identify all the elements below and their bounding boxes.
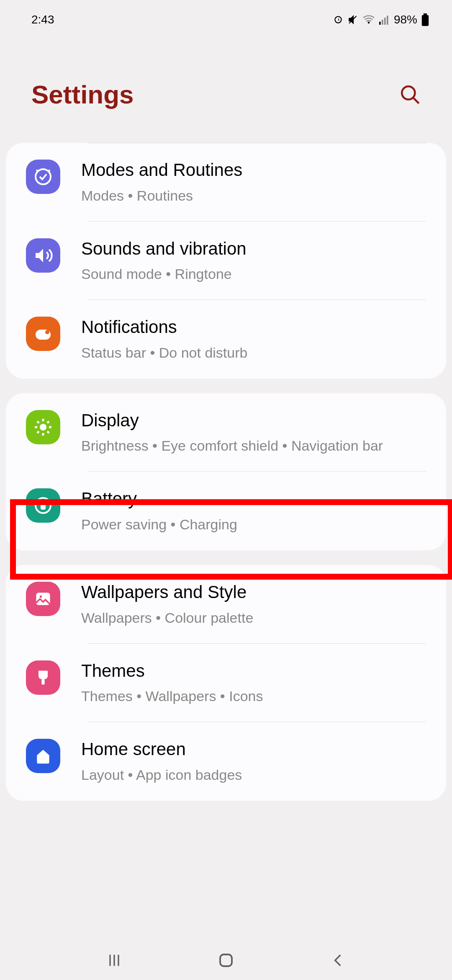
- mute-icon: [348, 14, 359, 25]
- page-header: Settings: [0, 31, 452, 143]
- svg-line-17: [47, 431, 49, 433]
- battery-circle-icon: [26, 488, 60, 523]
- speaker-icon: [26, 238, 60, 273]
- svg-rect-0: [379, 21, 381, 24]
- item-sounds-vibration[interactable]: Sounds and vibration Sound mode • Ringto…: [6, 222, 446, 300]
- back-button[interactable]: [325, 948, 350, 973]
- item-title: Notifications: [81, 316, 426, 339]
- wifi-icon: [363, 15, 375, 25]
- item-title: Display: [81, 409, 426, 432]
- notification-icon: [26, 317, 60, 351]
- svg-rect-4: [424, 13, 427, 15]
- status-bar: 2:43 98%: [0, 0, 452, 31]
- item-title: Modes and Routines: [81, 159, 426, 182]
- item-subtitle: Power saving • Charging: [81, 514, 426, 535]
- item-text: Sounds and vibration Sound mode • Ringto…: [81, 237, 426, 285]
- home-button[interactable]: [213, 948, 239, 973]
- item-subtitle: Sound mode • Ringtone: [81, 263, 426, 285]
- item-notifications[interactable]: Notifications Status bar • Do not distur…: [6, 300, 446, 379]
- svg-rect-21: [41, 502, 45, 509]
- svg-line-19: [47, 421, 49, 423]
- item-battery[interactable]: Battery Power saving • Charging: [6, 472, 446, 550]
- svg-rect-22: [42, 500, 44, 502]
- item-home-screen[interactable]: Home screen Layout • App icon badges: [6, 722, 446, 801]
- item-modes-routines[interactable]: Modes and Routines Modes • Routines: [6, 143, 446, 222]
- item-text: Wallpapers and Style Wallpapers • Colour…: [81, 580, 426, 629]
- recents-button[interactable]: [102, 948, 127, 973]
- svg-rect-25: [41, 679, 44, 684]
- settings-group-1: Modes and Routines Modes • Routines Soun…: [6, 143, 446, 379]
- svg-rect-5: [422, 15, 429, 26]
- item-text: Home screen Layout • App icon badges: [81, 737, 426, 786]
- search-button[interactable]: [400, 84, 421, 105]
- svg-point-24: [40, 596, 42, 598]
- home-nav-icon: [217, 952, 235, 969]
- brightness-icon: [26, 410, 60, 444]
- item-subtitle: Themes • Wallpapers • Icons: [81, 686, 426, 707]
- image-icon: [26, 582, 60, 616]
- item-subtitle: Wallpapers • Colour palette: [81, 607, 426, 629]
- battery-pct: 98%: [394, 13, 417, 26]
- settings-group-2: Display Brightness • Eye comfort shield …: [6, 393, 446, 550]
- item-subtitle: Brightness • Eye comfort shield • Naviga…: [81, 435, 426, 456]
- svg-rect-2: [384, 18, 386, 25]
- status-time: 2:43: [31, 13, 54, 26]
- item-subtitle: Layout • App icon badges: [81, 764, 426, 786]
- item-text: Modes and Routines Modes • Routines: [81, 158, 426, 206]
- svg-point-6: [402, 86, 415, 99]
- svg-rect-3: [387, 15, 388, 25]
- item-subtitle: Modes • Routines: [81, 185, 426, 206]
- search-icon: [400, 84, 421, 106]
- svg-rect-1: [382, 20, 383, 25]
- recents-icon: [106, 952, 123, 969]
- item-text: Display Brightness • Eye comfort shield …: [81, 408, 426, 457]
- svg-line-16: [37, 421, 39, 423]
- modes-icon: [26, 160, 60, 194]
- back-icon: [330, 952, 346, 968]
- item-title: Themes: [81, 660, 426, 683]
- signal-icon: [379, 15, 390, 25]
- item-themes[interactable]: Themes Themes • Wallpapers • Icons: [6, 644, 446, 722]
- navigation-bar: [0, 940, 452, 980]
- alarm-icon: [333, 14, 344, 25]
- item-title: Battery: [81, 487, 426, 511]
- status-icons: 98%: [333, 13, 429, 26]
- item-text: Battery Power saving • Charging: [81, 487, 426, 535]
- brush-icon: [26, 660, 60, 695]
- svg-line-18: [37, 431, 39, 433]
- page-title: Settings: [31, 80, 134, 109]
- item-text: Notifications Status bar • Do not distur…: [81, 315, 426, 364]
- home-icon: [26, 739, 60, 773]
- svg-point-11: [40, 424, 46, 431]
- battery-icon: [421, 13, 429, 26]
- svg-point-10: [45, 330, 49, 334]
- svg-rect-29: [220, 954, 232, 966]
- item-display[interactable]: Display Brightness • Eye comfort shield …: [6, 393, 446, 472]
- item-title: Sounds and vibration: [81, 237, 426, 260]
- item-wallpapers-style[interactable]: Wallpapers and Style Wallpapers • Colour…: [6, 565, 446, 644]
- item-title: Wallpapers and Style: [81, 581, 426, 604]
- item-subtitle: Status bar • Do not disturb: [81, 342, 426, 364]
- item-title: Home screen: [81, 738, 426, 761]
- svg-line-7: [413, 98, 419, 103]
- item-text: Themes Themes • Wallpapers • Icons: [81, 659, 426, 707]
- settings-group-3: Wallpapers and Style Wallpapers • Colour…: [6, 565, 446, 801]
